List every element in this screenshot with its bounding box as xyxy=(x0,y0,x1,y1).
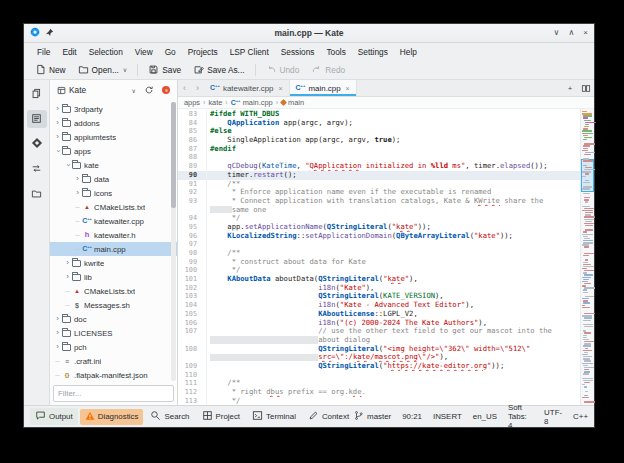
open-button[interactable]: Open...∨ xyxy=(73,62,133,77)
menu-view[interactable]: View xyxy=(130,45,158,59)
code-line-86[interactable]: 86 SingleApplication app(argc, argv, tru… xyxy=(178,136,580,145)
tree-item-cmakelists.txt[interactable]: –▲CMakeLists.txt xyxy=(50,200,177,214)
expander-chevron-icon[interactable]: › xyxy=(53,315,62,323)
history-back-button[interactable]: ‹ xyxy=(178,80,191,96)
tab-close-icon[interactable]: × xyxy=(346,85,350,92)
save-as-button[interactable]: Save As... xyxy=(188,62,249,77)
undo-button[interactable]: Undo xyxy=(261,62,305,77)
menu-projects[interactable]: Projects xyxy=(183,45,223,59)
menu-go[interactable]: Go xyxy=(160,45,181,59)
redo-button[interactable]: Redo xyxy=(306,62,350,77)
tree-item-main.cpp[interactable]: –C++main.cpp xyxy=(50,242,177,256)
code-line-wrapped[interactable]: same one xyxy=(178,206,580,215)
statusbar-field-en-us[interactable]: en_US xyxy=(473,412,497,421)
tree-item-data[interactable]: ›data xyxy=(50,172,177,186)
statusbar-terminal-button[interactable]: Terminal xyxy=(247,408,301,425)
code-line-101[interactable]: 101 KAboutData aboutData(QStringLiteral(… xyxy=(178,275,580,284)
dock-filesystem-button[interactable] xyxy=(27,185,47,203)
statusbar-field-90-21[interactable]: 90:21 xyxy=(402,412,422,421)
dock-projects-button[interactable] xyxy=(27,110,47,128)
code-line-95[interactable]: 95 app.setApplicationName(QStringLiteral… xyxy=(178,223,580,232)
tree-item-doc[interactable]: ›doc xyxy=(50,312,177,326)
statusbar-project-button[interactable]: Project xyxy=(197,408,246,425)
code-line-97[interactable]: 97 xyxy=(178,240,580,249)
breadcrumb-kate[interactable]: kate xyxy=(208,98,222,107)
close-button[interactable]: × xyxy=(583,29,588,37)
tree-scrollbar-thumb[interactable] xyxy=(171,102,176,208)
code-line-108[interactable]: 108 QStringLiteral("<img height=\"362\" … xyxy=(178,345,580,354)
tab-close-icon[interactable]: × xyxy=(278,85,282,92)
code-line-91[interactable]: 91 /** xyxy=(178,180,580,189)
code-line-105[interactable]: 105 KAboutLicense::LGPL_V2, xyxy=(178,310,580,319)
code-line-106[interactable]: 106 i18n("(c) 2000-2024 The Kate Authors… xyxy=(178,319,580,328)
tree-item-licenses[interactable]: ›LICENSES xyxy=(50,326,177,340)
code-line-99[interactable]: 99 * construct about data for Kate xyxy=(178,258,580,267)
code-line-88[interactable]: 88 xyxy=(178,153,580,162)
new-button[interactable]: New xyxy=(30,62,71,77)
title-bar[interactable]: main.cpp — Kate ∨ ∧ × xyxy=(24,24,594,43)
code-line-107[interactable]: 107 // use the other text field to get o… xyxy=(178,327,580,336)
tree-item-3rdparty[interactable]: ›3rdparty xyxy=(50,102,177,116)
menu-sessions[interactable]: Sessions xyxy=(276,45,320,59)
code-line-102[interactable]: 102 i18n("Kate"), xyxy=(178,284,580,293)
tree-item-kate[interactable]: ›kate xyxy=(50,158,177,172)
dock-symbols-button[interactable] xyxy=(27,135,47,153)
expander-chevron-icon[interactable]: › xyxy=(53,329,62,337)
expander-chevron-icon[interactable]: › xyxy=(53,105,62,113)
menu-help[interactable]: Help xyxy=(395,45,422,59)
project-selector[interactable]: Kate ∨ xyxy=(54,83,139,97)
code-view[interactable]: 83#ifdef WITH_DBUS84 QApplication app(ar… xyxy=(178,109,580,405)
tree-item-messages.sh[interactable]: –$Messages.sh xyxy=(50,298,177,312)
reload-project-button[interactable] xyxy=(142,83,156,97)
minimap-scrollbar[interactable] xyxy=(580,109,594,405)
menu-lsp-client[interactable]: LSP Client xyxy=(225,45,274,59)
expander-chevron-icon[interactable]: › xyxy=(54,147,62,156)
code-line-90[interactable]: 90 timer.restart(); xyxy=(178,171,580,180)
tree-item-addons[interactable]: ›addons xyxy=(50,116,177,130)
breadcrumb-main.cpp[interactable]: C++main.cpp xyxy=(231,98,273,107)
code-line-103[interactable]: 103 QStringLiteral(KATE_VERSION), xyxy=(178,292,580,301)
statusbar-field-insert[interactable]: INSERT xyxy=(433,412,462,421)
code-line-87[interactable]: 87#endif xyxy=(178,145,580,154)
tree-item-.flatpak-manifest.json.license[interactable]: –≡.flatpak-manifest.json.license xyxy=(50,382,177,383)
code-line-wrapped[interactable]: src=\":/kate/mascot.png\"/>"), xyxy=(178,353,580,362)
code-line-109[interactable]: 109 QStringLiteral("https://kate-editor.… xyxy=(178,362,580,371)
statusbar-output-button[interactable]: Output xyxy=(30,408,78,425)
expander-chevron-icon[interactable]: › xyxy=(63,273,72,281)
statusbar-field-master[interactable]: master xyxy=(354,410,391,423)
tree-item-katewaiter.cpp[interactable]: –C++katewaiter.cpp xyxy=(50,214,177,228)
menu-selection[interactable]: Selection xyxy=(84,45,128,59)
tree-item-katewaiter.h[interactable]: –hkatewaiter.h xyxy=(50,228,177,242)
code-line-100[interactable]: 100 */ xyxy=(178,266,580,275)
split-view-icon[interactable] xyxy=(578,80,594,96)
expander-chevron-icon[interactable]: › xyxy=(53,133,62,141)
code-line-89[interactable]: 89 qCDebug(KateTime, "QApplication initi… xyxy=(178,162,580,171)
filter-input[interactable] xyxy=(53,385,174,402)
tab-main.cpp[interactable]: C++main.cpp× xyxy=(290,80,357,96)
menu-tools[interactable]: Tools xyxy=(321,45,350,59)
expander-chevron-icon[interactable]: › xyxy=(53,119,62,127)
breadcrumb-main[interactable]: main xyxy=(281,98,304,107)
code-line-83[interactable]: 83#ifdef WITH_DBUS xyxy=(178,110,580,119)
statusbar-context-button[interactable]: Context xyxy=(303,408,354,425)
tree-item-cmakelists.txt[interactable]: –▲CMakeLists.txt xyxy=(50,284,177,298)
tab-katewaiter.cpp[interactable]: C++katewaiter.cpp× xyxy=(204,80,290,96)
tree-item-apps[interactable]: ›apps xyxy=(50,144,177,158)
statusbar-field-soft-tabs-4[interactable]: Soft Tabs: 4 xyxy=(508,403,533,430)
code-line-111[interactable]: 111 /** xyxy=(178,379,580,388)
history-forward-button[interactable]: › xyxy=(191,80,204,96)
tree-item-pch[interactable]: ›pch xyxy=(50,340,177,354)
project-status-button[interactable] xyxy=(159,83,173,97)
minimize-button[interactable]: ∨ xyxy=(554,29,560,37)
code-line-98[interactable]: 98 /** xyxy=(178,249,580,258)
tree-item-.craft.ini[interactable]: –≡.craft.ini xyxy=(50,354,177,368)
tree-scrollbar[interactable] xyxy=(171,102,176,381)
menu-settings[interactable]: Settings xyxy=(353,45,393,59)
expander-chevron-icon[interactable]: › xyxy=(64,161,72,170)
statusbar-field-c-[interactable]: C++ xyxy=(573,412,588,421)
code-line-94[interactable]: 94 */ xyxy=(178,214,580,223)
statusbar-diagnostics-button[interactable]: Diagnostics xyxy=(80,409,144,425)
dock-documents-button[interactable] xyxy=(27,85,47,103)
code-line-104[interactable]: 104 i18n("Kate - Advanced Text Editor"), xyxy=(178,301,580,310)
dock-git-button[interactable] xyxy=(27,160,47,178)
